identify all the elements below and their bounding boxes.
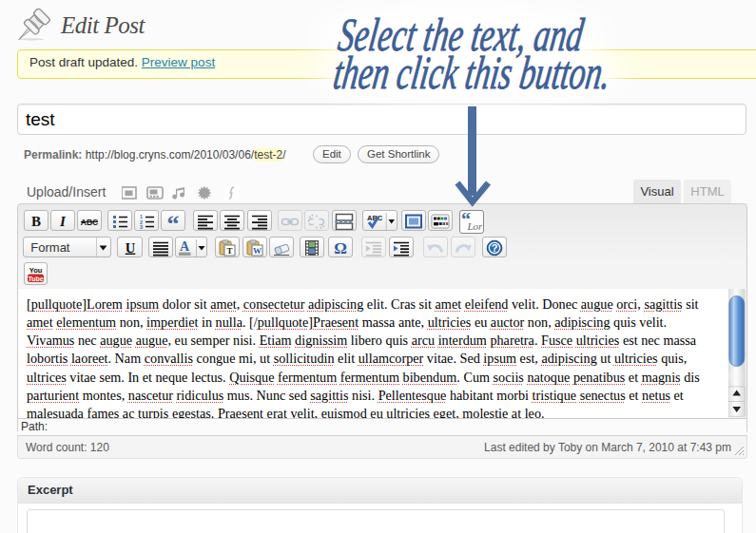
svg-text:U: U <box>126 239 136 255</box>
svg-text:You: You <box>29 266 42 275</box>
svg-text:A: A <box>179 239 189 254</box>
svg-text:3: 3 <box>140 224 143 230</box>
svg-text:Tube: Tube <box>28 275 43 281</box>
svg-text:Ω: Ω <box>334 239 347 257</box>
svg-text:W: W <box>253 246 262 256</box>
svg-text:“: “ <box>167 213 180 230</box>
svg-text:?: ? <box>491 242 497 254</box>
svg-text:B: B <box>31 214 41 229</box>
svg-text:I: I <box>59 214 67 229</box>
svg-text:T: T <box>226 246 232 256</box>
svg-text:Lor: Lor <box>466 220 482 232</box>
